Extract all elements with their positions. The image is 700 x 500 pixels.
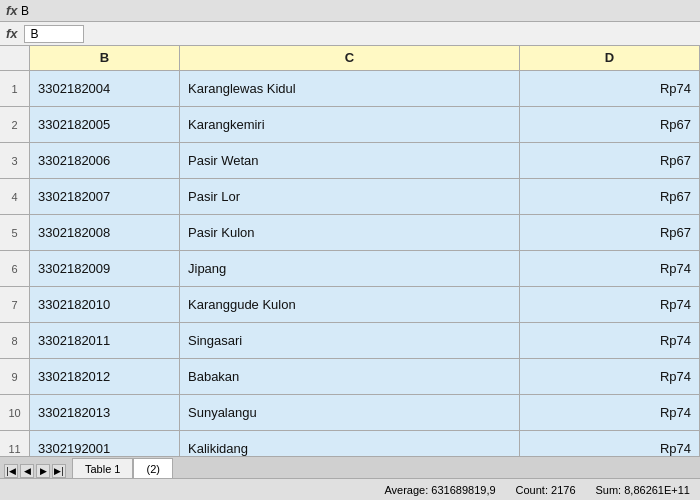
cell-b-8[interactable]: 3302182012 [30, 359, 180, 394]
cell-c-5[interactable]: Jipang [180, 251, 520, 286]
status-average: Average: 631689819,9 [384, 484, 495, 496]
row-number: 4 [0, 179, 30, 214]
cell-c-8[interactable]: Babakan [180, 359, 520, 394]
cell-d-7[interactable]: Rp74 [520, 323, 700, 358]
cell-reference: B [21, 4, 29, 18]
table-row[interactable]: 83302182011SingasariRp74 [0, 323, 700, 359]
cell-d-0[interactable]: Rp74 [520, 71, 700, 106]
table-row[interactable]: 13302182004Karanglewas KidulRp74 [0, 71, 700, 107]
tab-bar: |◀ ◀ ▶ ▶| Table 1 (2) [0, 456, 700, 478]
cell-d-5[interactable]: Rp74 [520, 251, 700, 286]
cell-b-3[interactable]: 3302182007 [30, 179, 180, 214]
cell-c-6[interactable]: Karanggude Kulon [180, 287, 520, 322]
column-headers: B C D [0, 46, 700, 71]
cell-d-9[interactable]: Rp74 [520, 395, 700, 430]
cell-b-6[interactable]: 3302182010 [30, 287, 180, 322]
table-row[interactable]: 53302182008Pasir KulonRp67 [0, 215, 700, 251]
tab-nav[interactable]: |◀ ◀ ▶ ▶| [4, 464, 66, 478]
formula-cell-ref[interactable]: B [24, 25, 84, 43]
cell-d-1[interactable]: Rp67 [520, 107, 700, 142]
cell-c-9[interactable]: Sunyalangu [180, 395, 520, 430]
tab-nav-first[interactable]: |◀ [4, 464, 18, 478]
table-body: 13302182004Karanglewas KidulRp7423302182… [0, 71, 700, 467]
row-num-corner [0, 46, 30, 70]
formula-fx-icon: fx [6, 26, 18, 41]
table-row[interactable]: 63302182009JipangRp74 [0, 251, 700, 287]
cell-d-4[interactable]: Rp67 [520, 215, 700, 250]
tab-table-1[interactable]: Table 1 [72, 458, 133, 478]
status-count: Count: 2176 [516, 484, 576, 496]
cell-c-1[interactable]: Karangkemiri [180, 107, 520, 142]
status-bar: Average: 631689819,9 Count: 2176 Sum: 8,… [0, 478, 700, 500]
cell-c-7[interactable]: Singasari [180, 323, 520, 358]
cell-c-3[interactable]: Pasir Lor [180, 179, 520, 214]
row-number: 3 [0, 143, 30, 178]
table-row[interactable]: 43302182007Pasir LorRp67 [0, 179, 700, 215]
cell-b-1[interactable]: 3302182005 [30, 107, 180, 142]
cell-b-9[interactable]: 3302182013 [30, 395, 180, 430]
row-number: 1 [0, 71, 30, 106]
formula-bar-content [90, 33, 98, 35]
table-row[interactable]: 23302182005KarangkemiriRp67 [0, 107, 700, 143]
cell-d-3[interactable]: Rp67 [520, 179, 700, 214]
table-row[interactable]: 33302182006Pasir WetanRp67 [0, 143, 700, 179]
cell-b-7[interactable]: 3302182011 [30, 323, 180, 358]
cell-d-6[interactable]: Rp74 [520, 287, 700, 322]
formula-icon: fx [6, 3, 18, 18]
row-number: 10 [0, 395, 30, 430]
cell-b-4[interactable]: 3302182008 [30, 215, 180, 250]
table-row[interactable]: 73302182010Karanggude KulonRp74 [0, 287, 700, 323]
title-bar: fx B [0, 0, 700, 22]
cell-d-8[interactable]: Rp74 [520, 359, 700, 394]
cell-c-0[interactable]: Karanglewas Kidul [180, 71, 520, 106]
cell-c-2[interactable]: Pasir Wetan [180, 143, 520, 178]
col-header-c[interactable]: C [180, 46, 520, 70]
spreadsheet: B C D 13302182004Karanglewas KidulRp7423… [0, 46, 700, 467]
cell-c-4[interactable]: Pasir Kulon [180, 215, 520, 250]
cell-b-0[interactable]: 3302182004 [30, 71, 180, 106]
tab-nav-prev[interactable]: ◀ [20, 464, 34, 478]
tab-2[interactable]: (2) [133, 458, 172, 478]
row-number: 9 [0, 359, 30, 394]
tab-nav-next[interactable]: ▶ [36, 464, 50, 478]
status-sum: Sum: 8,86261E+11 [596, 484, 691, 496]
row-number: 2 [0, 107, 30, 142]
tab-nav-last[interactable]: ▶| [52, 464, 66, 478]
table-row[interactable]: 93302182012BabakanRp74 [0, 359, 700, 395]
cell-b-5[interactable]: 3302182009 [30, 251, 180, 286]
formula-bar: fx B [0, 22, 700, 46]
row-number: 8 [0, 323, 30, 358]
row-number: 5 [0, 215, 30, 250]
table-row[interactable]: 103302182013SunyalanguRp74 [0, 395, 700, 431]
row-number: 7 [0, 287, 30, 322]
col-header-b[interactable]: B [30, 46, 180, 70]
cell-b-2[interactable]: 3302182006 [30, 143, 180, 178]
col-header-d[interactable]: D [520, 46, 700, 70]
cell-d-2[interactable]: Rp67 [520, 143, 700, 178]
row-number: 6 [0, 251, 30, 286]
